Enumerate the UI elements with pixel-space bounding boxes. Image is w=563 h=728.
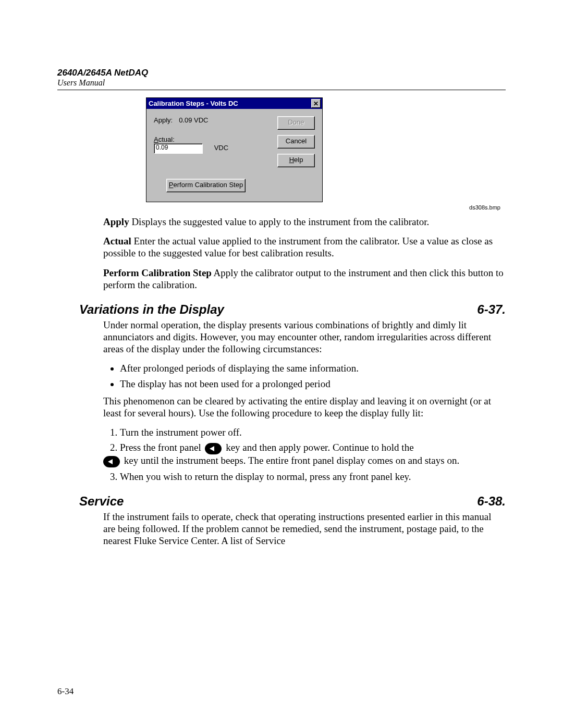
step-1: Turn the instrument power off. [120,426,506,438]
step2-b: key and then apply power. Continue to ho… [223,442,413,453]
section-heading-service: Service 6-38. [79,494,506,509]
calibration-dialog: Calibration Steps - Volts DC ✕ Done Canc… [146,97,323,202]
sec1-steps: Turn the instrument power off. Press the… [103,426,506,483]
help-button[interactable]: Help [277,154,315,167]
sec1-intro: Under normal operation, the display pres… [103,319,506,355]
actual-unit: VDC [214,144,228,152]
bullet-2: The display has not been used for a prol… [120,378,506,390]
def-apply: Apply Displays the suggested value to ap… [103,216,506,228]
page-header: 2640A/2645A NetDAQ Users Manual [57,68,506,90]
actual-label: Actual: [154,135,315,143]
def-actual: Actual Enter the actual value applied to… [103,235,506,259]
section-title: Service [79,494,124,509]
term-apply: Apply [103,216,129,227]
term-perform: Perform Calibration Step [103,267,212,278]
definitions-block: Apply Displays the suggested value to ap… [103,216,506,291]
model-line: 2640A/2645A NetDAQ [57,68,506,78]
close-icon[interactable]: ✕ [311,99,321,108]
dialog-title: Calibration Steps - Volts DC [149,100,238,107]
sec1-bullets: After prolonged periods of displaying th… [103,362,506,389]
left-arrow-key-icon [103,456,120,467]
bullet-1: After prolonged periods of displaying th… [120,362,506,374]
section-heading-variations: Variations in the Display 6-37. [79,302,506,317]
def-actual-text: Enter the actual value applied to the in… [103,236,493,258]
actual-input[interactable]: 0.09 [154,143,203,154]
section1-body: Under normal operation, the display pres… [103,319,506,483]
def-perform: Perform Calibration Step Apply the calib… [103,267,506,291]
sec1-para2: This phenomenon can be cleared by activa… [103,395,506,419]
step-3: When you wish to return the display to n… [120,471,506,483]
page-number: 6-34 [57,686,74,697]
def-apply-text: Displays the suggested value to apply to… [129,216,430,227]
step-2: Press the front panel key and then apply… [120,441,506,467]
left-arrow-key-icon [205,443,222,454]
dialog-titlebar: Calibration Steps - Volts DC ✕ [146,98,322,109]
subtitle-line: Users Manual [57,78,506,88]
apply-value: 0.09 VDC [179,116,208,124]
dialog-screenshot: Calibration Steps - Volts DC ✕ Done Canc… [146,97,506,211]
apply-label: Apply: [154,116,173,124]
section-number: 6-37. [477,302,506,317]
section2-body: If the instrument fails to operate, chec… [103,511,506,547]
actual-field: Actual: 0.09 VDC [154,135,315,154]
dialog-body: Done Cancel Help Apply: 0.09 VDC Actual:… [146,109,322,202]
image-caption: ds308s.bmp [146,204,500,211]
sec2-text: If the instrument fails to operate, chec… [103,511,506,547]
manual-page: 2640A/2645A NetDAQ Users Manual Calibrat… [0,0,563,728]
section-number: 6-38. [477,494,506,509]
done-button: Done [277,116,315,130]
perform-calibration-button[interactable]: Perform Calibration Step [166,179,246,192]
term-actual: Actual [103,236,131,246]
section-title: Variations in the Display [79,302,224,317]
step2-c: key until the instrument beeps. The enti… [121,455,459,466]
step2-a: Press the front panel [120,442,203,453]
